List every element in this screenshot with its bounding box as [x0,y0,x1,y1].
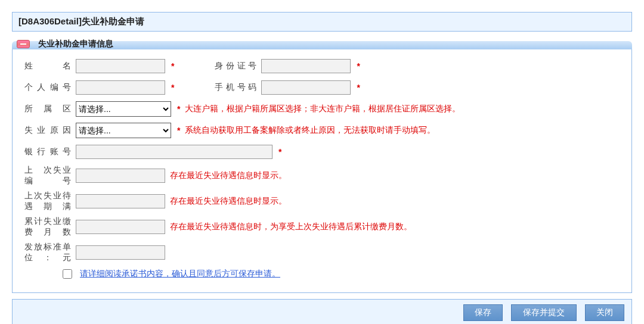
hint-last-unemp-no: 存在最近失业待遇信息时显示。 [170,170,287,181]
page-title-bar: [D8A306Detail]失业补助金申请 [12,12,632,32]
button-bar: 保存 保存并提交 关闭 [12,299,632,324]
save-button[interactable]: 保存 [463,304,503,321]
collapse-icon[interactable] [17,40,30,48]
terms-row: 请详细阅读承诺书内容，确认且同意后方可保存申请。 [60,267,620,281]
label-standard: 发放标准单位：元 [24,242,71,263]
row-standard: 发放标准单位：元 [24,242,620,263]
label-accum-months: 累计失业缴费月数 [24,216,71,237]
save-submit-button[interactable]: 保存并提交 [511,304,577,321]
panel-body: 姓 名 * 身份证号 * 个人编号 * 手机号码 * 所 属 区 请选择... … [12,49,632,293]
label-reason: 失业原因 [24,125,71,136]
name-input[interactable] [76,59,165,73]
accum-months-input[interactable] [76,220,165,234]
required-mark: * [278,147,281,157]
row-name-id: 姓 名 * 身份证号 * [24,58,620,74]
required-mark: * [171,83,174,92]
terms-link[interactable]: 请详细阅读承诺书内容，确认且同意后方可保存申请。 [80,269,280,279]
form-panel: 失业补助金申请信息 姓 名 * 身份证号 * 个人编号 * 手机号码 * 所 属… [12,36,632,293]
row-reason: 失业原因 请选择... * 系统自动获取用工备案解除或者终止原因，无法获取时请手… [24,122,620,139]
label-phone: 手机号码 [215,82,256,93]
hint-accum-months: 存在最近失业待遇信息时，为享受上次失业待遇后累计缴费月数。 [170,222,412,232]
panel-title: 失业补助金申请信息 [38,39,113,49]
personal-no-input[interactable] [76,80,165,95]
row-district: 所 属 区 请选择... * 大连户籍，根据户籍所属区选择；非大连市户籍，根据居… [24,101,620,117]
hint-last-expire: 存在最近失业待遇信息时显示。 [170,196,287,207]
row-last-expire: 上次失业待遇期满 存在最近失业待遇信息时显示。 [24,191,620,211]
bank-account-input[interactable] [76,145,273,159]
phone-input[interactable] [261,80,351,95]
row-last-unemp-no: 上 次失业编号 存在最近失业待遇信息时显示。 [24,165,620,186]
row-accum-months: 累计失业缴费月数 存在最近失业待遇信息时，为享受上次失业待遇后累计缴费月数。 [24,216,620,237]
label-bank-account: 银行账号 [24,147,71,157]
label-last-unemp-no: 上 次失业编号 [24,165,71,186]
hint-reason: 系统自动获取用工备案解除或者终止原因，无法获取时请手动填写。 [185,125,435,136]
close-button[interactable]: 关闭 [585,304,624,321]
id-number-input[interactable] [261,59,351,73]
label-last-expire: 上次失业待遇期满 [24,191,71,211]
label-personal-no: 个人编号 [24,82,71,93]
reason-select[interactable]: 请选择... [76,123,171,138]
standard-input[interactable] [76,245,165,260]
last-expire-input[interactable] [76,194,165,208]
district-select[interactable]: 请选择... [76,101,171,117]
hint-district: 大连户籍，根据户籍所属区选择；非大连市户籍，根据居住证所属区选择。 [185,104,460,114]
label-name: 姓 名 [24,61,71,71]
row-personal-phone: 个人编号 * 手机号码 * [24,79,620,96]
required-mark: * [357,83,360,92]
terms-checkbox[interactable] [63,269,72,279]
required-mark: * [177,104,180,114]
label-id-number: 身份证号 [215,61,256,71]
label-district: 所 属 区 [24,104,71,114]
required-mark: * [171,61,174,71]
row-bank: 银行账号 * [24,144,620,160]
page-title: [D8A306Detail]失业补助金申请 [18,16,144,26]
required-mark: * [357,61,360,71]
required-mark: * [177,126,180,135]
last-unemp-no-input[interactable] [76,169,165,183]
panel-header: 失业补助金申请信息 [12,36,632,49]
